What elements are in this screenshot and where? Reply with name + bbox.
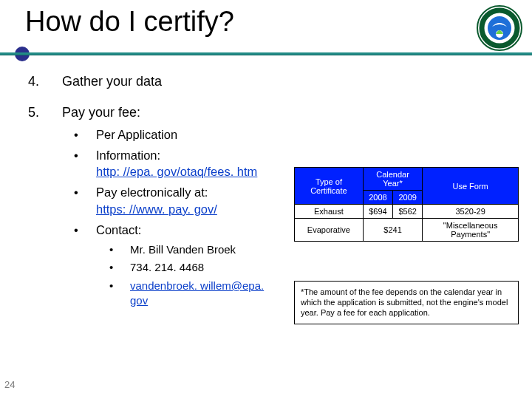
item-text: Per Application bbox=[96, 126, 177, 143]
contact-phone: 734. 214. 4468 bbox=[130, 260, 204, 275]
step-text: Pay your fee: bbox=[62, 103, 140, 121]
title-underline bbox=[0, 52, 532, 55]
page-number: 24 bbox=[4, 379, 15, 390]
bullet-icon: • bbox=[74, 126, 96, 143]
bullet-icon: • bbox=[109, 242, 130, 257]
table-row: Exhaust $694 $562 3520-29 bbox=[295, 205, 519, 219]
cell-2009: $562 bbox=[393, 205, 423, 219]
item-text: Pay electronically at: https: //www. pay… bbox=[96, 184, 217, 217]
cell-fee-merged: $241 bbox=[363, 219, 422, 242]
th-calendar-year: Calendar Year* bbox=[363, 168, 422, 191]
contact-name-row: • Mr. Bill Vanden Broek bbox=[109, 242, 501, 257]
item-text: Contact: bbox=[96, 222, 141, 238]
contact-email-link[interactable]: vandenbroek. willem@epa. gov bbox=[130, 279, 264, 307]
th-use-form: Use Form bbox=[423, 168, 519, 205]
step-number: 4. bbox=[28, 72, 62, 90]
th-2009: 2009 bbox=[393, 191, 423, 205]
cell-use: 3520-29 bbox=[423, 205, 519, 219]
contact-phone-row: • 734. 214. 4468 bbox=[109, 260, 501, 275]
th-2008: 2008 bbox=[363, 191, 392, 205]
contact-name: Mr. Bill Vanden Broek bbox=[130, 242, 236, 257]
cell-type: Evaporative bbox=[295, 219, 364, 242]
cell-use: "Miscellaneous Payments" bbox=[423, 219, 519, 242]
info-label: Information: bbox=[96, 149, 160, 162]
bullet-icon: • bbox=[74, 222, 96, 238]
epa-logo-icon bbox=[476, 4, 523, 52]
page-title: How do I certify? bbox=[25, 6, 234, 38]
cell-type: Exhaust bbox=[295, 205, 364, 219]
pay-link[interactable]: https: //www. pay. gov/ bbox=[96, 202, 217, 216]
bullet-icon: • bbox=[109, 279, 130, 309]
fee-table: Type of Certificate Calendar Year* Use F… bbox=[294, 167, 519, 242]
table-row: Evaporative $241 "Miscellaneous Payments… bbox=[295, 219, 519, 242]
info-link[interactable]: http: //epa. gov/otaq/fees. htm bbox=[96, 165, 257, 178]
footnote: *The amount of the fee depends on the ca… bbox=[294, 281, 519, 324]
th-type: Type of Certificate bbox=[295, 168, 364, 205]
cell-2008: $694 bbox=[363, 205, 392, 219]
fee-item-per-app: • Per Application bbox=[74, 126, 501, 143]
bullet-icon: • bbox=[109, 260, 130, 275]
step-text: Gather your data bbox=[62, 72, 162, 90]
step-5: 5. Pay your fee: bbox=[28, 103, 501, 121]
item-text: Information: http: //epa. gov/otaq/fees.… bbox=[96, 147, 257, 180]
pay-label: Pay electronically at: bbox=[96, 185, 208, 199]
bullet-icon: • bbox=[74, 184, 96, 217]
step-4: 4. Gather your data bbox=[28, 72, 501, 90]
slide: How do I certify? 4. Gather your data 5.… bbox=[0, 0, 532, 399]
step-number: 5. bbox=[28, 103, 62, 121]
contact-email-wrap: vandenbroek. willem@epa. gov bbox=[130, 279, 270, 309]
bullet-icon: • bbox=[74, 147, 96, 180]
